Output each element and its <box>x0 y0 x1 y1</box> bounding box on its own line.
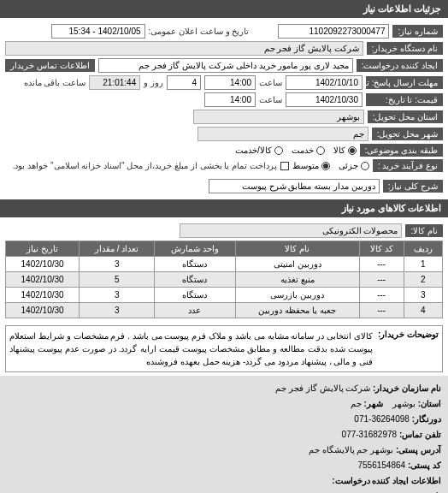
cell-unit: دستگاه <box>155 288 235 303</box>
buy-type-low-label: جزئی <box>339 161 358 170</box>
price-until-time: 14:00 <box>204 92 256 107</box>
cell-qty: 3 <box>80 257 155 272</box>
response-deadline-label: مهلت ارسال پاسخ: تا تاریخ: <box>366 76 443 89</box>
time-label-1: ساعت <box>259 78 282 87</box>
days-label: روز و <box>144 78 163 87</box>
request-number: 1102092273000477 <box>278 24 389 39</box>
cell-row: 1 <box>404 257 442 272</box>
budget-goods-label: کالا <box>333 146 345 155</box>
th-row: ردیف <box>404 241 442 257</box>
buyer-contact-label: اطلاعات تماس خریدار <box>5 59 95 72</box>
cell-row: 3 <box>404 288 442 303</box>
budget-goods-service-radio[interactable]: کالا/خدمت <box>235 146 283 155</box>
description-box: توضیحات خریدار: کالای انتخابی در سامانه … <box>5 325 443 372</box>
f-postal-label: کد پستی: <box>408 460 441 470</box>
days-value: 4 <box>167 75 201 90</box>
cell-code: --- <box>359 288 404 303</box>
header-title: جزئیات اطلاعات نیاز <box>0 0 448 18</box>
time-label-2: ساعت <box>259 95 282 104</box>
th-code: کد کالا <box>359 241 404 257</box>
buy-type-group: جزئی متوسط <box>292 161 369 170</box>
buy-type-mid-label: متوسط <box>292 161 319 170</box>
budget-class-group: کالا خدمت کالا/خدمت <box>235 146 357 155</box>
cell-date: 1402/10/30 <box>6 303 80 318</box>
cell-unit: عدد <box>155 303 235 318</box>
main-form: شماره نیاز: 1102092273000477 تاریخ و ساع… <box>0 18 448 199</box>
f-postal: 7556154864 <box>357 460 405 470</box>
cell-code: --- <box>359 257 404 272</box>
remaining-time: 21:01:44 <box>89 75 140 90</box>
radio-icon <box>361 162 369 170</box>
f-org-label: نام سازمان خریدار: <box>373 383 441 393</box>
footer-info: نام سازمان خریدار: شرکت پالایش گاز فجر ج… <box>0 376 448 493</box>
desc-label: توضیحات خریدار: <box>378 330 439 368</box>
cell-name: دوربین بازرسی <box>235 288 359 303</box>
radio-icon <box>321 162 330 170</box>
buy-type-note: پرداخت تمام یا بخشی از مبلغ خرید،از محل … <box>13 161 277 170</box>
f-org: شرکت پالایش گاز فجر جم <box>275 383 370 393</box>
f-province: بوشهر <box>392 399 416 408</box>
buy-type-low-radio[interactable]: جزئی <box>339 161 369 170</box>
treasury-checkbox[interactable] <box>280 162 289 170</box>
cell-date: 1402/10/30 <box>6 288 80 303</box>
f-city: جم <box>351 399 362 408</box>
buyer-org-label: نام دستگاه خریدار: <box>367 42 443 55</box>
public-datetime-label: تاریخ و ساعت اعلان عمومی: <box>149 27 250 36</box>
response-deadline-date: 1402/10/10 <box>286 75 363 90</box>
table-row: 1 --- دوربین امنیتی دستگاه 3 1402/10/30 <box>6 257 443 272</box>
cell-date: 1402/10/30 <box>6 257 80 272</box>
table-row: 4 --- جعبه یا محفظه دوربین عدد 3 1402/10… <box>6 303 443 318</box>
cell-row: 4 <box>404 303 442 318</box>
cell-unit: دستگاه <box>155 272 235 288</box>
need-title: دوربین مدار بسته مطابق شرح پیوست <box>209 179 380 193</box>
buyer-org: شرکت پالایش گاز فجر جم <box>5 41 363 56</box>
desc-text: کالای انتخابی در سامانه مشابه می باشد و … <box>9 330 373 368</box>
response-deadline-time: 14:00 <box>204 75 256 90</box>
th-date: تاریخ نیاز <box>6 241 80 257</box>
f-creator-info-label: اطلاعات ایجاد کننده درخواست: <box>332 476 441 485</box>
table-row: 3 --- دوربین بازرسی دستگاه 3 1402/10/30 <box>6 288 443 303</box>
budget-service-radio[interactable]: خدمت <box>292 146 325 155</box>
budget-class-label: طبقه بندی موضوعی: <box>360 144 443 157</box>
cell-code: --- <box>359 303 404 318</box>
th-qty: تعداد / مقدار <box>80 241 155 257</box>
cell-row: 2 <box>404 272 442 288</box>
goods-table: ردیف کد کالا نام کالا واحد شمارش تعداد /… <box>5 241 443 318</box>
f-address-label: آدرس پستی: <box>396 445 441 454</box>
price-until-date: 1402/10/30 <box>286 92 363 107</box>
public-datetime: 1402/10/05 - 15:34 <box>51 24 145 39</box>
radio-icon <box>316 146 325 155</box>
cell-qty: 3 <box>80 303 155 318</box>
cell-qty: 3 <box>80 288 155 303</box>
buy-type-mid-radio[interactable]: متوسط <box>292 161 330 170</box>
table-row: 2 --- منبع تغذیه دستگاه 5 1402/10/30 <box>6 272 443 288</box>
goods-name-label: نام کالا: <box>405 224 443 237</box>
th-unit: واحد شمارش <box>155 241 235 257</box>
cell-qty: 5 <box>80 272 155 288</box>
f-address: بوشهر جم پالایشگاه جم <box>309 445 393 454</box>
th-name: نام کالا <box>235 241 359 257</box>
cell-code: --- <box>359 272 404 288</box>
cell-name: منبع تغذیه <box>235 272 359 288</box>
f-province-label: استان: <box>418 399 441 408</box>
goods-section-title: اطلاعات کالاهای مورد نیاز <box>0 199 448 217</box>
goods-name: محصولات الکترونیکی <box>180 223 402 238</box>
budget-goods-service-label: کالا/خدمت <box>235 146 272 155</box>
cell-name: جعبه یا محفظه دوربین <box>235 303 359 318</box>
delivery-city: جم <box>197 127 368 141</box>
remaining-time-label: ساعت باقی مانده <box>24 78 86 87</box>
f-phone: 31682978-077 <box>342 430 398 439</box>
delivery-province-label: استان محل تحویل: <box>368 110 443 123</box>
f-fax: 36264098-071 <box>354 414 410 424</box>
price-until-label: قیمت: تا تاریخ: <box>366 93 443 106</box>
radio-icon <box>274 146 283 155</box>
delivery-city-label: شهر محل تحویل: <box>372 128 443 140</box>
f-fax-label: دورنگار: <box>412 414 441 424</box>
delivery-province: بوشهر <box>193 110 364 124</box>
need-title-label: شرح کلی نیاز: <box>383 180 443 193</box>
cell-date: 1402/10/30 <box>6 272 80 288</box>
cell-name: دوربین امنیتی <box>235 257 359 272</box>
f-city-label: شهر: <box>363 399 382 408</box>
budget-goods-radio[interactable]: کالا <box>333 146 357 155</box>
creator-label: ایجاد کننده درخواست: <box>357 59 443 72</box>
